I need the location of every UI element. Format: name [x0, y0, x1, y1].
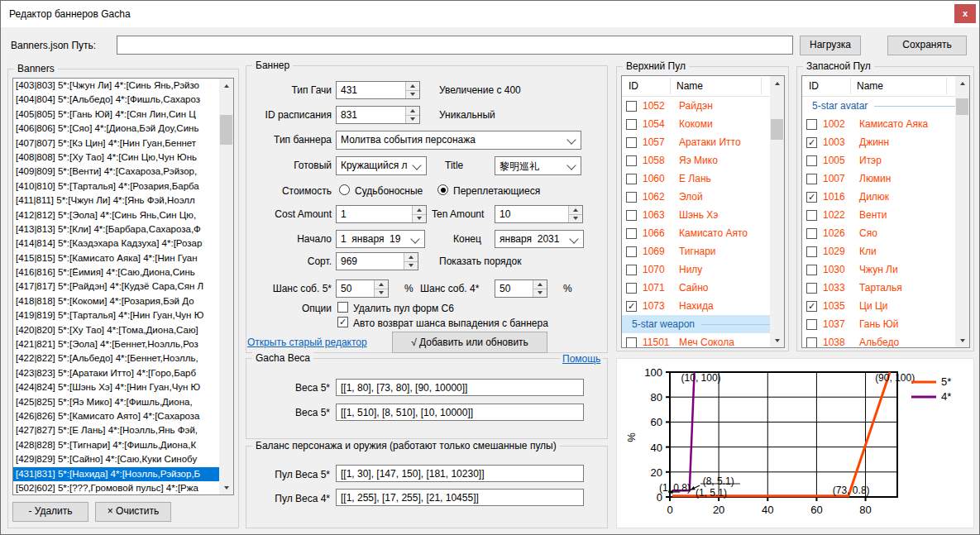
col-id[interactable]: ID — [809, 80, 819, 92]
remove-c6-label[interactable]: Удалить пул форм С6 — [353, 303, 454, 314]
banners-list-scrollbar[interactable] — [219, 79, 233, 494]
radio-fate-label[interactable]: Судьбоносные — [355, 185, 423, 197]
banner-list-item[interactable]: [428|828] 5*:[Тигнари] 4*:[Фишль,Диона,К — [13, 438, 221, 452]
scroll-down-icon[interactable] — [770, 333, 784, 347]
pool-row[interactable]: 1029Кли — [802, 242, 969, 260]
pool-row[interactable]: ✓1073Нахида — [622, 297, 784, 315]
spin-down-icon[interactable] — [404, 262, 418, 270]
pool-row-checkbox[interactable] — [806, 228, 817, 239]
title-combo[interactable]: 黎明巡礼 — [495, 156, 581, 175]
delete-banner-button[interactable]: - Удалить — [12, 502, 88, 522]
pool-row-checkbox[interactable]: ✓ — [806, 137, 817, 148]
banner-list-item[interactable]: [424|824] 5*:[Шэнь Хэ] 4*:[Нин Гуан,Чун … — [13, 380, 221, 394]
schedule-id-spinner[interactable]: 831 — [336, 106, 420, 124]
pool-row-checkbox[interactable] — [626, 337, 637, 348]
scrollbar-thumb[interactable] — [956, 98, 968, 115]
weights5a-input[interactable] — [336, 379, 584, 396]
ten-amount-spinner[interactable]: 10 — [495, 205, 583, 223]
weights5b-input[interactable] — [336, 404, 584, 421]
close-button[interactable]: x — [954, 4, 976, 23]
pool-row[interactable]: 1063Шэнь Хэ — [622, 206, 784, 224]
banner-list-item[interactable]: [420|820] 5*:[Ху Тао] 4*:[Тома,Диона,Саю… — [13, 323, 221, 337]
pool-row[interactable]: 1062Элой — [622, 188, 784, 206]
pool-row-checkbox[interactable] — [806, 319, 817, 330]
open-old-editor-link[interactable]: Открыть старый редактор — [247, 337, 367, 348]
pool-row-checkbox[interactable] — [626, 137, 637, 148]
cost-amount-spinner[interactable]: 1 — [336, 205, 427, 223]
pool-row-checkbox[interactable]: ✓ — [626, 301, 637, 312]
spin-down-icon[interactable] — [533, 289, 547, 298]
banner-list-item[interactable]: [422|822] 5*:[Альбедо] 4*:[Беннет,Ноэлль… — [13, 351, 221, 365]
pool-row-checkbox[interactable] — [626, 228, 637, 239]
banner-list-item[interactable]: [412|812] 5*:[Эола] 4*:[Синь Янь,Син Цю, — [13, 208, 221, 222]
scrollbar-thumb[interactable] — [220, 115, 232, 145]
spin-down-icon[interactable] — [406, 116, 419, 124]
end-date-combo[interactable]: января 2031 — [495, 230, 584, 248]
banner-list-item[interactable]: [425|825] 5*:[Яэ Мико] 4*:[Фишль,Диона, — [13, 395, 221, 409]
banner-list-item[interactable]: [409|809] 5*:[Венти] 4*:[Сахароза,Рэйзор… — [13, 165, 221, 179]
pool-row-checkbox[interactable] — [626, 246, 637, 257]
banner-list-item[interactable]: [426|826] 5*:[Камисато Аято] 4*:[Сахароз… — [13, 409, 221, 423]
pool-row-checkbox[interactable] — [806, 174, 817, 184]
auto-return-label[interactable]: Авто возврат шанса выпадения с баннера — [353, 318, 548, 329]
pool-row-checkbox[interactable] — [806, 246, 817, 257]
spin-up-icon[interactable] — [404, 253, 418, 262]
scrollbar-thumb[interactable] — [771, 119, 783, 140]
pool-row[interactable]: ✓1016Дилюк — [802, 188, 969, 206]
pool-row[interactable]: 1030Чжун Ли — [802, 260, 969, 279]
banner-list-item[interactable]: [416|816] 5*:[Ёимия] 4*:[Саю,Диона,Синь — [13, 265, 221, 279]
pool-row[interactable]: 1066Камисато Аято — [622, 224, 784, 242]
banner-type-combo[interactable]: Молитва события персонажа — [336, 131, 581, 150]
pool-row[interactable]: 1007Люмин — [802, 170, 969, 188]
pool-row-checkbox[interactable] — [626, 155, 637, 166]
pool-row-checkbox[interactable] — [806, 283, 817, 294]
banner-list-item[interactable]: [413|813] 5*:[Кли] 4*:[Барбара,Сахароза,… — [13, 222, 221, 236]
radio-intertwined-label[interactable]: Переплетающиеся — [453, 185, 540, 197]
banner-list-item[interactable]: [431|831] 5*:[Нахида] 4*:[Ноэлль,Рэйзор,… — [13, 467, 221, 481]
clear-banners-button[interactable]: × Очистить — [95, 502, 171, 522]
pool-row-checkbox[interactable] — [806, 210, 817, 221]
pool-row[interactable]: 1057Аратаки Итто — [622, 133, 784, 151]
banner-list-item[interactable]: [427|827] 5*:[Е Лань] 4*:[Ноэлль,Янь Фэй… — [13, 423, 221, 437]
banner-list-item[interactable]: [410|810] 5*:[Тарталья] 4*:[Розария,Барб… — [13, 179, 221, 193]
pool-row-checkbox[interactable]: ✓ — [806, 301, 817, 312]
auto-return-checkbox[interactable]: ✓ — [337, 317, 348, 327]
chance4-spinner[interactable]: 50 — [495, 279, 547, 298]
pool-row[interactable]: 1058Яэ Мико — [622, 151, 784, 170]
spin-down-icon[interactable] — [375, 289, 388, 298]
gacha-type-spinner[interactable]: 431 — [336, 81, 420, 99]
banner-list-item[interactable]: [408|808] 5*:[Ху Тао] 4*:[Син Цю,Чун Юнь — [13, 150, 221, 165]
pool-row[interactable]: 1026Сяо — [802, 224, 969, 242]
pool-row[interactable]: 1005Итэр — [802, 151, 969, 170]
reserve-pool-scrollbar[interactable] — [955, 76, 969, 347]
pool-row-checkbox[interactable] — [626, 174, 637, 184]
chance5-spinner[interactable]: 50 — [336, 279, 389, 298]
radio-intertwined[interactable] — [437, 184, 448, 195]
pool-row[interactable]: 1033Тарталья — [802, 279, 969, 297]
scroll-down-icon[interactable] — [219, 480, 233, 494]
pool-row[interactable]: 1069Тигнари — [622, 242, 784, 260]
pool-row-checkbox[interactable] — [806, 265, 817, 275]
pool-row-checkbox[interactable]: ✓ — [806, 192, 817, 203]
pool-row[interactable]: 1071Сайно — [622, 279, 784, 297]
spin-up-icon[interactable] — [533, 280, 547, 289]
scroll-down-icon[interactable] — [955, 333, 969, 347]
spin-down-icon[interactable] — [413, 215, 426, 223]
spin-up-icon[interactable] — [413, 206, 426, 215]
start-date-combo[interactable]: 1 января 19 — [336, 230, 425, 248]
help-link[interactable]: Помощь — [560, 353, 603, 365]
pool-row[interactable]: ✓1003Джинн — [802, 133, 969, 151]
radio-fate[interactable] — [339, 184, 350, 195]
banner-list-item[interactable]: [418|818] 5*:[Кокоми] 4*:[Розария,Бэй До — [13, 294, 221, 308]
scroll-up-icon[interactable] — [955, 76, 969, 90]
banner-list-item[interactable]: [421|821] 5*:[Эола] 4*:[Беннет,Ноэлль,Ро… — [13, 337, 221, 351]
spin-up-icon[interactable] — [406, 107, 419, 116]
banner-list-item[interactable]: [406|806] 5*:[Сяо] 4*:[Диона,Бэй Доу,Син… — [13, 122, 221, 136]
spin-down-icon[interactable] — [569, 215, 582, 223]
banners-list[interactable]: [403|803] 5*:[Чжун Ли] 4*:[Синь Янь,Рэйз… — [12, 78, 234, 495]
pool5-input[interactable] — [336, 465, 584, 482]
pool-row-checkbox[interactable] — [626, 192, 637, 203]
pool-row[interactable]: 1022Венти — [802, 206, 969, 224]
pool-row-checkbox[interactable] — [626, 283, 637, 294]
spin-down-icon[interactable] — [406, 91, 419, 99]
